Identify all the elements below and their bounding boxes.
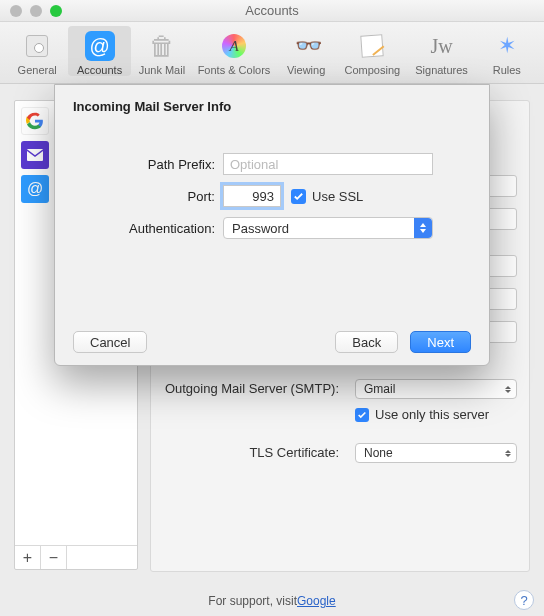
use-only-server-row: Use only this server [355,407,517,422]
remove-account-button[interactable]: − [41,546,67,569]
minimize-window-button[interactable] [30,5,42,17]
close-window-button[interactable] [10,5,22,17]
preferences-window: Accounts General @ Accounts 🗑 Junk Mail … [0,0,544,616]
next-button[interactable]: Next [410,331,471,353]
port-label: Port: [73,189,223,204]
tab-junk-mail[interactable]: 🗑 Junk Mail [131,26,193,76]
tab-fonts-colors[interactable]: A Fonts & Colors [193,26,275,76]
use-only-server-checkbox[interactable] [355,408,369,422]
zoom-window-button[interactable] [50,5,62,17]
footer: For support, visit Google [0,586,544,616]
use-ssl-label: Use SSL [312,189,363,204]
chevron-updown-icon [501,445,515,461]
tls-select[interactable]: None [355,443,517,463]
use-ssl-checkbox[interactable] [291,189,306,204]
authentication-value: Password [232,221,289,236]
smtp-select[interactable]: Gmail [355,379,517,399]
smtp-label: Outgoing Mail Server (SMTP): [165,381,339,396]
use-only-server-label: Use only this server [375,407,489,422]
tab-viewing[interactable]: 👓 Viewing [275,26,337,76]
viewing-icon: 👓 [290,30,322,62]
signatures-icon: Jw [426,30,458,62]
junk-mail-icon: 🗑 [146,30,178,62]
svg-rect-0 [27,149,43,161]
smtp-value: Gmail [364,382,395,396]
traffic-lights [0,5,62,17]
accounts-icon: @ [84,30,116,62]
tls-value: None [364,446,393,460]
path-prefix-label: Path Prefix: [73,157,223,172]
account-mail[interactable] [21,141,49,169]
tab-composing[interactable]: Composing [337,26,407,76]
authentication-label: Authentication: [73,221,223,236]
path-prefix-input[interactable] [223,153,433,175]
body: @ + − Outgoing Mail Server (SMTP): Gmail… [0,84,544,616]
tab-signatures[interactable]: Jw Signatures [407,26,475,76]
sheet-title: Incoming Mail Server Info [55,85,489,124]
tab-accounts[interactable]: @ Accounts [68,26,130,76]
account-at[interactable]: @ [21,175,49,203]
sheet-footer: Cancel Back Next [55,331,489,353]
sidebar-footer: + − [15,545,137,569]
back-button[interactable]: Back [335,331,398,353]
port-input[interactable] [223,185,281,207]
window-title: Accounts [0,3,544,18]
fonts-colors-icon: A [218,30,250,62]
incoming-server-sheet: Incoming Mail Server Info Path Prefix: P… [54,84,490,366]
rules-icon: ✶ [491,30,523,62]
chevron-updown-icon [414,218,432,238]
cancel-button[interactable]: Cancel [73,331,147,353]
general-icon [21,30,53,62]
footer-text: For support, visit [208,594,297,608]
account-google[interactable] [21,107,49,135]
authentication-select[interactable]: Password [223,217,433,239]
preferences-toolbar: General @ Accounts 🗑 Junk Mail A Fonts &… [0,22,544,84]
tab-general[interactable]: General [6,26,68,76]
tab-rules[interactable]: ✶ Rules [476,26,538,76]
google-logo-icon [26,112,44,130]
chevron-updown-icon [501,381,515,397]
sheet-form: Path Prefix: Port: Use SSL Authenticatio… [55,124,489,244]
help-button[interactable]: ? [514,590,534,610]
add-account-button[interactable]: + [15,546,41,569]
titlebar: Accounts [0,0,544,22]
envelope-icon [27,149,43,161]
tls-label: TLS Certificate: [249,445,339,460]
support-link[interactable]: Google [297,594,336,608]
composing-icon [356,30,388,62]
